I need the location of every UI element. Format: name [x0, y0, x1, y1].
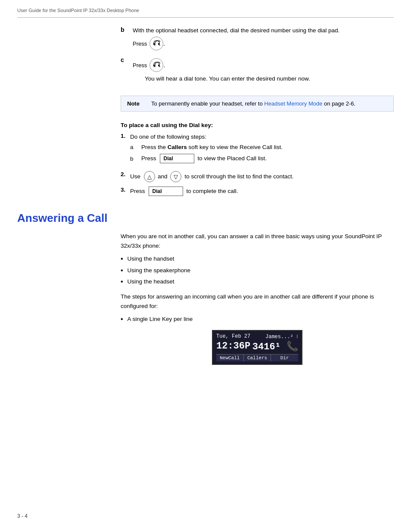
svg-rect-3: [158, 65, 159, 66]
phone-screen: Tue, Feb 27 James...² ⁝ 12:36P 3416¹ 📞 N…: [121, 330, 394, 365]
section-c-press-word: Press: [133, 62, 147, 68]
section-b-comma: .: [163, 40, 165, 47]
note-text-after: on page 2-6.: [322, 100, 355, 107]
step-2-text1: Use: [130, 172, 140, 181]
section-b-press-word: Press: [133, 40, 147, 47]
footer: 3 - 4: [17, 513, 28, 519]
step-1b-content: Press Dial to view the Placed Call list.: [141, 154, 267, 163]
step-2-content: Use △ and ▽ to scroll through the list t…: [130, 171, 293, 182]
step-1b-press: Press: [141, 154, 156, 163]
page-container: User Guide for the SoundPoint IP 32x/33x…: [0, 0, 411, 532]
section-c-content: Press . You will hear a dial tone. You c…: [133, 56, 310, 89]
headset-icon-c: [149, 58, 163, 72]
svg-rect-1: [158, 43, 159, 45]
note-text: To permanently enable your headset, refe…: [151, 100, 355, 108]
main-content: b With the optional headset connected, d…: [0, 18, 411, 382]
dial-button-1b: Dial: [160, 154, 194, 163]
up-arrow-btn: △: [144, 171, 155, 182]
step-3-text: to complete the call.: [187, 187, 238, 196]
section-b-press-line: Press .: [133, 37, 339, 50]
section-c-period: .: [163, 62, 165, 68]
sub-items: a Press the Callers soft key to view the…: [130, 144, 283, 163]
step-3: 3. Press Dial to complete the call.: [121, 187, 394, 196]
phone-softkeys: NewCall Callers Dir: [216, 354, 298, 361]
softkey-newcall: NewCall: [216, 355, 244, 361]
phone-number: 3416¹ 📞: [252, 341, 298, 352]
step-1-content: Do one of the following steps: a Press t…: [130, 133, 283, 167]
config-bullet-list: A single Line Key per line: [121, 315, 394, 324]
down-arrow-btn: ▽: [170, 171, 181, 182]
content-area: b With the optional headset connected, d…: [121, 26, 394, 196]
note-link[interactable]: Headset Memory Mode: [264, 100, 322, 107]
step-1-text: Do one of the following steps:: [130, 133, 283, 141]
bullet-item-headset: Using the headset: [121, 277, 394, 286]
phone-line2: 12:36P 3416¹ 📞: [216, 341, 298, 352]
answering-intro: When you are not in another call, you ca…: [121, 232, 394, 250]
bullet-item-speakerphone: Using the speakerphone: [121, 266, 394, 275]
softkey-dir: Dir: [271, 355, 298, 361]
answering-bullet-list: Using the handset Using the speakerphone…: [121, 255, 394, 286]
bullet-speakerphone-text: Using the speakerphone: [128, 266, 190, 275]
step-1a-text: Press the Callers soft key to view the R…: [141, 144, 283, 150]
step-1a: a Press the Callers soft key to view the…: [130, 144, 283, 150]
step-1b-letter: b: [130, 156, 137, 162]
step-3-press: Press: [130, 187, 145, 196]
phone-line1: Tue, Feb 27 James...² ⁝: [216, 333, 298, 340]
step-1a-letter: a: [130, 144, 137, 150]
headset-icon-b: [149, 37, 163, 50]
section-c-item: c Press . You will hear a di: [121, 56, 394, 89]
step-2-label: 2.: [121, 171, 130, 177]
note-label: Note: [127, 100, 143, 108]
bullet-handset-text: Using the handset: [128, 255, 174, 263]
svg-rect-2: [153, 65, 155, 66]
header: User Guide for the SoundPoint IP 32x/33x…: [0, 0, 411, 17]
phone-date: Tue, Feb 27: [216, 333, 250, 340]
note-box: Note To permanently enable your headset,…: [121, 96, 394, 112]
step-2: 2. Use △ and ▽ to scroll through the lis…: [121, 171, 394, 182]
config-bullet-text: A single Line Key per line: [128, 315, 193, 324]
step-2-and: and: [158, 172, 168, 181]
dial-button-3: Dial: [149, 187, 183, 196]
answering-title: Answering a Call: [17, 212, 394, 225]
phone-name: James...² ⁝: [265, 333, 298, 340]
step-3-label: 3.: [121, 187, 130, 193]
bullet-item-handset: Using the handset: [121, 255, 394, 263]
softkey-callers: Callers: [244, 355, 271, 361]
section-b-content: With the optional headset connected, dia…: [133, 26, 339, 50]
section-b-letter: b: [121, 26, 128, 33]
step-3-content: Press Dial to complete the call.: [130, 187, 238, 196]
section-c-press-line: Press .: [133, 58, 310, 72]
phone-display: Tue, Feb 27 James...² ⁝ 12:36P 3416¹ 📞 N…: [212, 330, 302, 365]
step-1b: b Press Dial to view the Placed Call lis…: [130, 154, 283, 163]
dial-key-heading: To place a call using the Dial key:: [121, 122, 394, 128]
answering-content-area: When you are not in another call, you ca…: [121, 232, 394, 364]
section-b-item: b With the optional headset connected, d…: [121, 26, 394, 50]
section-c-letter: c: [121, 56, 128, 63]
breadcrumb-text: User Guide for the SoundPoint IP 32x/33x…: [17, 8, 139, 13]
dial-tone-text: You will hear a dial tone. You can enter…: [145, 75, 310, 83]
config-bullet-single-line: A single Line Key per line: [121, 315, 394, 324]
answering-steps-intro: The steps for answering an incoming call…: [121, 292, 394, 311]
answering-section: Answering a Call When you are not in ano…: [17, 212, 394, 364]
svg-rect-0: [153, 43, 155, 45]
phone-time: 12:36P: [216, 341, 250, 352]
step-1-label: 1.: [121, 133, 130, 139]
section-b-text: With the optional headset connected, dia…: [133, 26, 339, 35]
page-number: 3 - 4: [17, 513, 28, 519]
note-text-before: To permanently enable your headset, refe…: [151, 100, 264, 107]
step-1b-text: to view the Placed Call list.: [198, 154, 267, 163]
step-1: 1. Do one of the following steps: a Pres…: [121, 133, 394, 167]
step-2-text2: to scroll through the list to find the c…: [185, 172, 294, 181]
bullet-headset-text: Using the headset: [128, 277, 174, 286]
